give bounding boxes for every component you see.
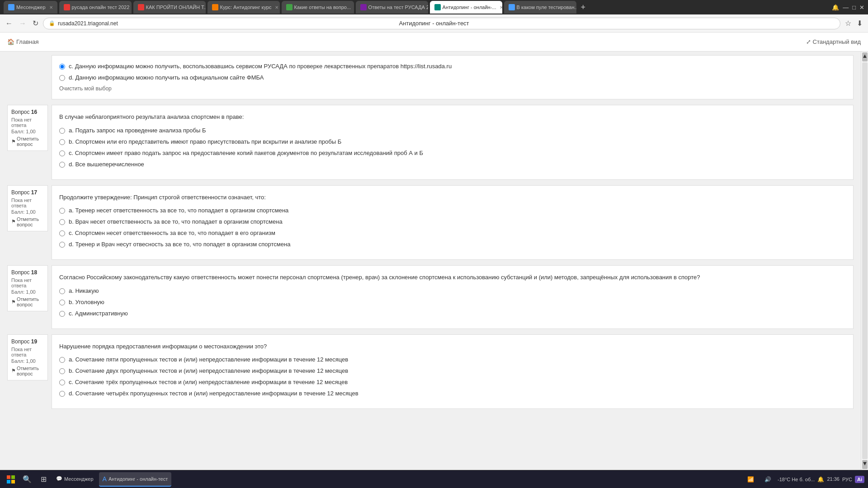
question-sidebar-17: Вопрос 17 Пока нет ответа Балл: 1,00 ⚑ О… <box>7 185 48 231</box>
radio-16-c[interactable] <box>59 150 65 156</box>
address-bar[interactable]: 🔒 rusada2021.triagonal.net <box>43 18 840 29</box>
radio-17-d[interactable] <box>59 242 65 248</box>
question-row-18: Вопрос 18 Пока нет ответа Балл: 1,00 ⚑ О… <box>7 265 854 329</box>
maximize-button[interactable]: □ <box>852 4 856 11</box>
tab-favicon-kurs <box>212 4 218 10</box>
radio-19-d[interactable] <box>59 391 65 397</box>
answer-label-19-a: a. Сочетание пяти пропущенных тестов и (… <box>69 356 348 363</box>
answer-option-16-d: d. Все вышеперечисленное <box>59 161 846 168</box>
radio-17-c[interactable] <box>59 230 65 236</box>
tab-label-rusada: русада онлайн тест 2022 <box>72 5 130 10</box>
browser-tab-otvety[interactable]: Ответы на тест РУСАДА 2 ✕ <box>356 1 428 14</box>
radio-prev-c[interactable] <box>59 64 65 70</box>
answer-label-prev-c: c. Данную информацию можно получить, вос… <box>69 63 452 70</box>
radio-17-b[interactable] <box>59 219 65 225</box>
notification-icon[interactable]: 🔔 <box>832 4 839 11</box>
tab-label-messenger: Мессенджер <box>16 5 46 10</box>
back-button[interactable]: ← <box>4 18 14 29</box>
answer-label-16-c: c. Спортсмен имеет право подать запрос н… <box>69 150 423 156</box>
notification-count-icon[interactable]: 🔔 <box>817 476 824 483</box>
scroll-up-button[interactable]: ▲ <box>862 52 868 61</box>
answer-label-19-b: b. Сочетание двух пропущенных тестов и (… <box>69 367 348 374</box>
radio-19-c[interactable] <box>59 380 65 385</box>
page-content: 🏠 Главная ⤢ Стандартный вид c. Данную ин… <box>0 33 868 470</box>
answer-option-17-c: c. Спортсмен несет ответственность за вс… <box>59 230 846 236</box>
radio-18-b[interactable] <box>59 300 65 305</box>
browser-tab-kurs[interactable]: Курс: Антидопинг курс ✕ <box>208 1 280 14</box>
radio-16-b[interactable] <box>59 139 65 145</box>
scroll-down-button[interactable]: ▼ <box>862 460 868 469</box>
taskbar-app-antidoping[interactable]: A Антидопинг - онлайн-тест <box>99 472 172 487</box>
question-sidebar-19: Вопрос 19 Пока нет ответа Балл: 1,00 ⚑ О… <box>7 334 48 380</box>
browser-tab-messenger[interactable]: Мессенджер ✕ <box>4 1 57 14</box>
tab-close-kurs[interactable]: ✕ <box>275 5 278 10</box>
forward-button[interactable]: → <box>17 18 28 29</box>
network-icon[interactable]: 📶 <box>743 472 758 487</box>
tab-favicon-messenger <box>8 4 14 10</box>
answer-label-18-c: c. Административную <box>69 310 128 317</box>
ai-button[interactable]: Ai <box>855 476 864 483</box>
home-link[interactable]: 🏠 Главная <box>7 38 38 45</box>
bookmark-button[interactable]: ☆ <box>843 17 853 29</box>
time-display: 21:36 <box>827 476 840 483</box>
tab-label-kak: КАК ПРОЙТИ ОНЛАЙН Т... <box>146 5 206 10</box>
radio-16-a[interactable] <box>59 128 65 134</box>
question-flag-17[interactable]: ⚑ Отметить вопрос <box>11 216 44 227</box>
question-text-18: Согласно Российскому законодательству ка… <box>59 273 846 282</box>
question-number-16: Вопрос 16 <box>11 109 44 115</box>
question-flag-19[interactable]: ⚑ Отметить вопрос <box>11 366 44 376</box>
tab-close-antidoping[interactable]: ✕ <box>500 5 502 10</box>
weather-display: -18°C Не б. об... <box>778 477 815 482</box>
taskbar-app-messenger[interactable]: 💬 Мессенджер <box>52 472 97 487</box>
clear-selection-prev[interactable]: Очистить мой выбор <box>59 85 846 92</box>
address-text: rusada2021.triagonal.net <box>58 20 835 27</box>
taskbar: 🔍 ⊞ 💬 Мессенджер A Антидопинг - онлайн-т… <box>0 470 868 488</box>
answer-option-prev-d: d. Данную информацию можно получить на о… <box>59 74 846 81</box>
taskbar-widgets-icon[interactable]: ⊞ <box>36 472 51 487</box>
answer-label-18-a: a. Никакую <box>69 287 99 294</box>
windows-icon <box>7 475 15 483</box>
close-window-button[interactable]: ✕ <box>859 4 864 11</box>
question-flag-18[interactable]: ⚑ Отметить вопрос <box>11 296 44 307</box>
reload-button[interactable]: ↻ <box>31 17 40 29</box>
start-button[interactable] <box>4 472 18 487</box>
system-tray: 📶 🔊 -18°C Не б. об... 🔔 21:36 РУС Ai <box>743 472 864 487</box>
radio-17-a[interactable] <box>59 208 65 214</box>
question-flag-16[interactable]: ⚑ Отметить вопрос <box>11 136 44 147</box>
minimize-button[interactable]: — <box>843 4 849 11</box>
sound-icon[interactable]: 🔊 <box>760 472 775 487</box>
question-num-value-17: 17 <box>31 189 37 196</box>
question-text-16: В случае неблагоприятного результата ана… <box>59 113 846 122</box>
new-tab-button[interactable]: + <box>578 3 589 12</box>
download-button[interactable]: ⬇ <box>855 17 864 29</box>
answer-option-16-b: b. Спортсмен или его представитель имеют… <box>59 138 846 145</box>
scroll-track[interactable] <box>862 62 868 459</box>
radio-19-b[interactable] <box>59 368 65 374</box>
question-box-prev: c. Данную информацию можно получить, вос… <box>52 55 854 99</box>
radio-18-a[interactable] <box>59 288 65 294</box>
question-num-value-18: 18 <box>31 269 37 276</box>
browser-tab-rusada[interactable]: русада онлайн тест 2022 ✕ <box>59 1 132 14</box>
browser-tab-antidoping[interactable]: Антидопинг - онлайн-... ✕ <box>430 1 502 14</box>
question-box-18: Согласно Российскому законодательству ка… <box>52 265 854 329</box>
tab-close-messenger[interactable]: ✕ <box>49 5 53 10</box>
radio-16-d[interactable] <box>59 162 65 168</box>
tab-label-kakom: В каком пуле тестирован... <box>517 5 576 10</box>
answer-label-17-a: a. Тренер несет ответственность за все т… <box>69 207 288 214</box>
radio-prev-d[interactable] <box>59 75 65 81</box>
answer-label-18-b: b. Уголовную <box>69 299 104 305</box>
scrollbar-area[interactable]: ▲ ▼ <box>861 52 868 470</box>
answer-label-16-a: a. Подать запрос на проведение анализа п… <box>69 127 206 134</box>
question-sidebar-18: Вопрос 18 Пока нет ответа Балл: 1,00 ⚑ О… <box>7 265 48 311</box>
question-score-19: Балл: 1,00 <box>11 358 44 364</box>
lang-display: РУС <box>842 477 852 482</box>
lock-icon: 🔒 <box>49 20 55 26</box>
radio-19-a[interactable] <box>59 357 65 363</box>
browser-tab-kakom[interactable]: В каком пуле тестирован... ✕ <box>504 1 576 14</box>
standard-view-button[interactable]: ⤢ Стандартный вид <box>806 38 861 45</box>
question-row-prev: c. Данную информацию можно получить, вос… <box>7 55 854 99</box>
browser-tab-kakie[interactable]: Какие ответы на вопро... ✕ <box>282 1 354 14</box>
radio-18-c[interactable] <box>59 311 65 317</box>
taskbar-search-icon[interactable]: 🔍 <box>20 472 34 487</box>
browser-tab-kak[interactable]: КАК ПРОЙТИ ОНЛАЙН Т... ✕ <box>133 1 206 14</box>
